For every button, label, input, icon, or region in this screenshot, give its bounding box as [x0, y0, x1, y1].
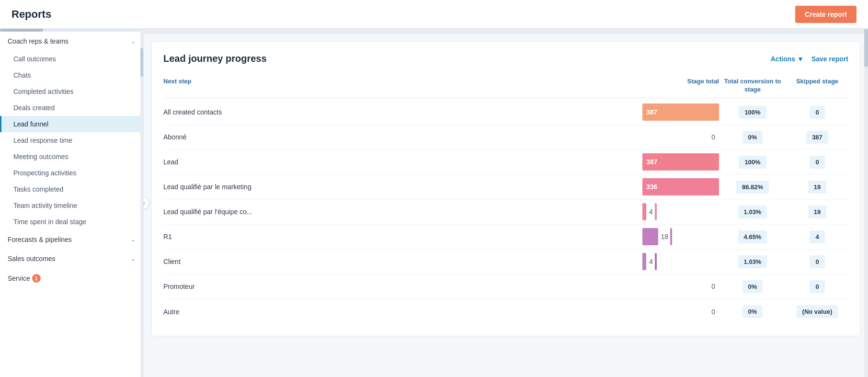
row-bar-cell: 0	[642, 134, 719, 140]
conversion-value: 1.03%	[738, 206, 767, 218]
table-body: All created contacts 387 100% 0 Abonné 0…	[163, 100, 848, 324]
conversion-cell-wrap: 1.03%	[719, 202, 786, 222]
skipped-value: 0	[810, 255, 824, 268]
row-label: Autre	[163, 308, 642, 316]
bar: 387	[642, 103, 719, 121]
sidebar-section-label-service: Service 1	[8, 274, 41, 283]
conversion-value: 0%	[742, 280, 763, 293]
table-row: Autre 0 0% (No value)	[163, 299, 848, 324]
table-row: Lead 387 100% 0	[163, 150, 848, 175]
conversion-cell-wrap: 86.82%	[719, 177, 786, 197]
sidebar-section-sales[interactable]: Sales outcomes ⌄	[0, 249, 143, 268]
skipped-cell-wrap: 0	[786, 251, 848, 272]
skipped-cell-wrap: 0	[786, 276, 848, 297]
col-header-next-step: Next step	[163, 78, 642, 94]
row-label: Lead qualifié par le marketing	[163, 183, 642, 191]
skipped-cell-wrap: (No value)	[786, 301, 848, 322]
bar	[642, 228, 658, 245]
conversion-value: 0%	[742, 131, 763, 144]
conversion-cell-wrap: 4.65%	[719, 227, 786, 247]
skipped-cell-wrap: 4	[786, 227, 848, 247]
skipped-cell-wrap: 0	[786, 102, 848, 123]
sidebar-item-deals-created[interactable]: Deals created	[0, 100, 143, 116]
skipped-value: 387	[806, 131, 828, 144]
sidebar-item-team-activity-timeline[interactable]: Team activity timeline	[0, 197, 143, 214]
table-row: R1 18 4.65% 4	[163, 225, 848, 250]
conversion-value: 4.65%	[738, 230, 767, 243]
skipped-cell-wrap: 0	[786, 152, 848, 172]
conversion-value: 86.82%	[736, 181, 769, 194]
skipped-value: 19	[808, 206, 826, 218]
conversion-value: 1.03%	[738, 255, 767, 268]
row-bar-cell: 387	[642, 150, 719, 173]
report-header: Lead journey progress Actions ▼ Save rep…	[163, 53, 848, 64]
row-label: Client	[163, 258, 642, 265]
conversion-cell-wrap: 100%	[719, 102, 786, 123]
collapse-sidebar-button[interactable]: «	[144, 197, 149, 209]
conversion-value: 0%	[742, 305, 763, 318]
table-row: All created contacts 387 100% 0	[163, 100, 848, 125]
row-label: R1	[163, 233, 642, 240]
main-scroll-track[interactable]	[864, 29, 868, 377]
app-header: Reports Create report	[0, 0, 868, 29]
chevron-down-icon-2: ⌄	[131, 236, 136, 243]
sidebar-item-time-spent-in-deal-stage[interactable]: Time spent in deal stage	[0, 214, 143, 230]
col-header-stage-total: Stage total	[642, 78, 719, 94]
skipped-value: 4	[810, 230, 824, 243]
main-scroll-thumb	[864, 29, 868, 67]
row-bar-cell: 387	[642, 101, 719, 124]
sidebar-section-label-forecasts: Forecasts & pipelines	[8, 236, 72, 243]
sidebar-item-completed-activities[interactable]: Completed activities	[0, 83, 143, 100]
sidebar: Coach reps & teams ⌄ Call outcomes Chats…	[0, 29, 144, 377]
page-title: Reports	[11, 8, 51, 21]
scroll-top-bar	[144, 29, 868, 34]
sidebar-section-label-sales: Sales outcomes	[8, 255, 56, 263]
bar-value: 4	[649, 208, 653, 216]
table-row: Client 4 1.03% 0	[163, 250, 848, 274]
table-row: Lead qualifié par le marketing 336 86.82…	[163, 175, 848, 200]
sidebar-items-coach-reps: Call outcomes Chats Completed activities…	[0, 51, 143, 230]
table-row: Promoteur 0 0% 0	[163, 274, 848, 299]
sidebar-scroll-track[interactable]	[140, 29, 143, 377]
conversion-value: 100%	[739, 106, 766, 119]
dropdown-icon: ▼	[797, 55, 804, 63]
sidebar-item-chats[interactable]: Chats	[0, 67, 143, 83]
actions-label: Actions	[771, 55, 795, 63]
skipped-value: 19	[808, 181, 826, 194]
sidebar-item-meeting-outcomes[interactable]: Meeting outcomes	[0, 149, 143, 165]
row-label: Abonné	[163, 133, 642, 141]
conversion-cell-wrap: 1.03%	[719, 251, 786, 272]
sidebar-section-coach-reps[interactable]: Coach reps & teams ⌄	[0, 32, 143, 51]
actions-button[interactable]: Actions ▼	[771, 55, 804, 63]
chevron-down-icon-3: ⌄	[131, 255, 136, 262]
row-bar-cell: 4	[642, 200, 719, 223]
bar-value: 4	[649, 258, 653, 265]
main-content: Lead journey progress Actions ▼ Save rep…	[144, 29, 868, 377]
create-report-button[interactable]: Create report	[795, 6, 857, 23]
conversion-cell-wrap: 0%	[719, 127, 786, 148]
col-header-skipped: Skipped stage	[786, 78, 848, 94]
bar-value: 18	[661, 233, 669, 240]
save-report-button[interactable]: Save report	[811, 55, 848, 63]
row-label: Lead	[163, 158, 642, 166]
sidebar-item-tasks-completed[interactable]: Tasks completed	[0, 181, 143, 197]
bar	[642, 253, 646, 270]
bar: 387	[642, 153, 719, 171]
row-label: Lead qualifié par l'équipe co...	[163, 208, 642, 216]
skipped-cell-wrap: 19	[786, 202, 848, 222]
sidebar-item-lead-funnel[interactable]: Lead funnel	[0, 116, 143, 132]
chevron-down-icon: ⌄	[131, 38, 136, 45]
conversion-cell-wrap: 100%	[719, 152, 786, 172]
sidebar-item-prospecting-activities[interactable]: Prospecting activities	[0, 165, 143, 181]
skipped-cell-wrap: 387	[786, 127, 848, 148]
main-layout: Coach reps & teams ⌄ Call outcomes Chats…	[0, 29, 868, 377]
sidebar-section-service[interactable]: Service 1	[0, 268, 143, 288]
row-bar-cell: 4	[642, 250, 719, 273]
col-header-conversion: Total conversion to stage	[719, 78, 786, 94]
skipped-value: (No value)	[797, 305, 838, 318]
sidebar-item-lead-response-time[interactable]: Lead response time	[0, 132, 143, 149]
conversion-cell-wrap: 0%	[719, 301, 786, 322]
sidebar-item-call-outcomes[interactable]: Call outcomes	[0, 51, 143, 67]
bar: 336	[642, 178, 719, 195]
sidebar-section-forecasts[interactable]: Forecasts & pipelines ⌄	[0, 230, 143, 249]
